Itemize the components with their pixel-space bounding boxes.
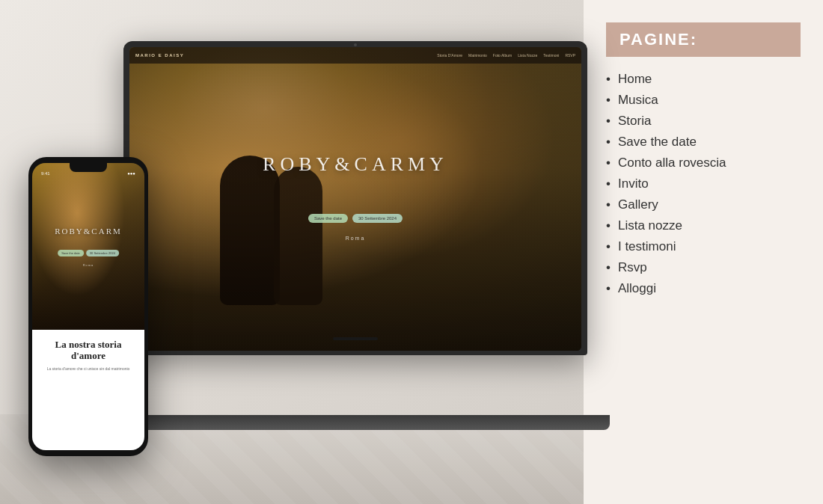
phone-container: 9:41 ●●● ROBY&CARM Save the date 30 Sett… xyxy=(28,157,148,456)
phone-time: 9:41 xyxy=(41,171,50,176)
phone-story-subtitle: La storia d'amore che ci unisce sin dal … xyxy=(40,366,137,372)
page-list-item[interactable]: Musica xyxy=(606,93,801,108)
page-list-item[interactable]: Home xyxy=(606,72,801,87)
laptop-nav-links: Storia D'AmoreMatrimonioFoto AlbumLista … xyxy=(437,53,575,58)
page-list-item[interactable]: Alloggi xyxy=(606,281,801,296)
page-list-item[interactable]: Gallery xyxy=(606,197,801,212)
laptop-couple-names: ROBY&CARMY xyxy=(263,153,448,176)
laptop-location: Roma xyxy=(346,236,366,241)
laptop-brand: MARIO E DAISY xyxy=(135,53,184,58)
page-list-item[interactable]: Lista nozze xyxy=(606,218,801,233)
laptop-badges: Save the date 30 Settembre 2024 xyxy=(308,214,403,223)
webcam xyxy=(354,43,357,46)
phone-bottom-card: La nostra storia d'amore La storia d'amo… xyxy=(32,330,144,450)
laptop-nav-link[interactable]: Foto Album xyxy=(493,53,512,58)
phone-story-title: La nostra storia d'amore xyxy=(40,339,137,362)
phone-couple-names: ROBY&CARM xyxy=(55,227,122,236)
page-list-item[interactable]: Conto alla rovescia xyxy=(606,156,801,170)
laptop-nav-link[interactable]: Storia D'Amore xyxy=(437,53,462,58)
phone-photo-bg: ROBY&CARM Save the date 30 Settembre 202… xyxy=(32,163,144,330)
date-badge: 30 Settembre 2024 xyxy=(352,214,403,223)
page-list-item[interactable]: Rsvp xyxy=(606,260,801,275)
laptop-nav-link[interactable]: RSVP xyxy=(565,53,575,58)
phone-signal: ●●● xyxy=(127,171,135,176)
phone-date-badge: 30 Settembre 2024 xyxy=(86,250,119,256)
phone-location: Roma xyxy=(83,263,94,267)
page-list-item[interactable]: I testimoni xyxy=(606,239,801,254)
laptop-base xyxy=(101,415,610,430)
phone-screen: 9:41 ●●● ROBY&CARM Save the date 30 Sett… xyxy=(32,163,144,450)
screen-content: MARIO E DAISY Storia D'AmoreMatrimonioFo… xyxy=(129,47,581,351)
phone-status-bar: 9:41 ●●● xyxy=(40,169,137,178)
pagine-title: PAGINE: xyxy=(619,30,787,49)
phone-body: 9:41 ●●● ROBY&CARM Save the date 30 Sett… xyxy=(28,157,148,456)
laptop-body: MARIO E DAISY Storia D'AmoreMatrimonioFo… xyxy=(123,41,587,355)
laptop-nav-link[interactable]: Matrimonio xyxy=(468,53,487,58)
right-panel: PAGINE: HomeMusicaStoriaSave the dateCon… xyxy=(584,0,823,504)
screen-overlay xyxy=(129,47,581,351)
page-list-item[interactable]: Storia xyxy=(606,114,801,129)
laptop-nav: MARIO E DAISY Storia D'AmoreMatrimonioFo… xyxy=(129,47,581,64)
page-list: HomeMusicaStoriaSave the dateConto alla … xyxy=(606,72,801,302)
save-the-date-badge[interactable]: Save the date xyxy=(308,214,348,223)
phone-save-date-badge[interactable]: Save the date xyxy=(58,250,84,256)
page-list-item[interactable]: Save the date xyxy=(606,135,801,150)
laptop-nav-link[interactable]: Testimoni xyxy=(543,53,559,58)
page-list-item[interactable]: Invito xyxy=(606,176,801,191)
laptop-screen: MARIO E DAISY Storia D'AmoreMatrimonioFo… xyxy=(129,47,581,351)
pagine-header: PAGINE: xyxy=(606,22,801,57)
phone-badges: Save the date 30 Settembre 2024 xyxy=(58,250,119,256)
laptop-container: MARIO E DAISY Storia D'AmoreMatrimonioFo… xyxy=(123,41,587,430)
laptop-nav-link[interactable]: Lista Nozze xyxy=(518,53,537,58)
